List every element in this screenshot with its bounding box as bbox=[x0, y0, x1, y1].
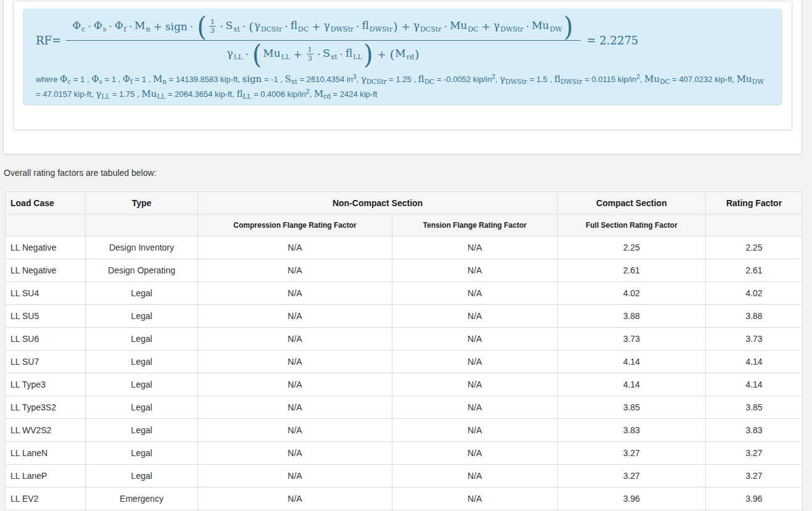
math-paren: ) bbox=[415, 48, 419, 61]
table-cell: LL SU6 bbox=[6, 328, 86, 351]
math-operator: · bbox=[245, 48, 248, 60]
math-variable: Φs bbox=[94, 19, 107, 33]
table-cell: Legal bbox=[86, 465, 198, 488]
where-subscript: DC bbox=[660, 78, 669, 85]
math-subscript: DW bbox=[550, 25, 562, 33]
table-cell: N/A bbox=[392, 328, 558, 351]
math-subscript: DC bbox=[468, 25, 478, 33]
table-row: LL LanePLegalN/AN/A3.273.27 bbox=[6, 465, 803, 488]
math-operator: · bbox=[317, 48, 320, 60]
where-subscript: DCStr bbox=[367, 78, 387, 85]
table-cell: 3.88 bbox=[558, 305, 706, 328]
fraction-numerator: 1 bbox=[307, 46, 313, 54]
math-big-paren: ( bbox=[252, 41, 262, 67]
math-operator: · bbox=[109, 20, 112, 33]
column-subheader: Tension Flange Rating Factor bbox=[392, 215, 558, 236]
table-cell: 3.73 bbox=[558, 328, 706, 351]
table-row: LL SU7LegalN/AN/A4.144.14 bbox=[6, 351, 803, 373]
column-header: Type bbox=[86, 192, 198, 215]
table-cell: 3.73 bbox=[706, 328, 803, 351]
math-subscript: LL bbox=[353, 53, 362, 61]
rating-factor-formula-well: RF= Φc·Φs·Φf·Mn+sign·(13·Sxt·(γDCStr·flD… bbox=[23, 9, 782, 106]
table-cell: N/A bbox=[392, 236, 558, 259]
math-variable: γDWStr bbox=[494, 19, 524, 33]
table-cell: N/A bbox=[198, 282, 392, 305]
math-variable: MuDW bbox=[532, 19, 563, 33]
where-variable: sign bbox=[242, 73, 262, 85]
math-variable: MuLL bbox=[263, 47, 290, 61]
table-cell: N/A bbox=[392, 305, 558, 328]
table-cell: 3.96 bbox=[706, 488, 803, 510]
table-cell: N/A bbox=[198, 305, 392, 328]
math-operator: · bbox=[129, 20, 132, 33]
fraction-denominator: 3 bbox=[307, 54, 313, 62]
math-operator: + bbox=[402, 20, 410, 33]
where-subscript: DW bbox=[752, 78, 764, 85]
table-cell: N/A bbox=[392, 282, 558, 305]
math-paren: ( bbox=[249, 20, 253, 33]
table-cell: LL Negative bbox=[6, 236, 86, 259]
table-cell: N/A bbox=[392, 419, 558, 442]
math-variable: Mrd bbox=[395, 47, 414, 61]
column-header: Rating Factor bbox=[706, 192, 803, 215]
where-subscript: LL bbox=[157, 93, 165, 100]
table-cell: 3.96 bbox=[558, 488, 706, 510]
math-subscript: DCStr bbox=[261, 25, 282, 33]
column-subheader bbox=[86, 215, 198, 236]
rating-factors-table: Load CaseTypeNon-Compact SectionCompact … bbox=[5, 191, 803, 511]
table-cell: LL LaneN bbox=[6, 442, 86, 465]
table-cell: 3.27 bbox=[706, 442, 803, 465]
table-cell: Legal bbox=[86, 351, 198, 373]
table-cell: LL Type3S2 bbox=[6, 396, 86, 419]
column-header: Non-Compact Section bbox=[198, 192, 558, 215]
table-row: LL Type3LegalN/AN/A4.144.14 bbox=[6, 373, 803, 396]
where-clause: where Φc = 1 , Φs = 1 , Φf = 1 , Mn = 14… bbox=[36, 72, 769, 101]
table-cell: 3.27 bbox=[558, 442, 706, 465]
where-variable: Φf bbox=[123, 73, 133, 85]
table-cell: Design Inventory bbox=[86, 236, 198, 259]
table-header: Load CaseTypeNon-Compact SectionCompact … bbox=[6, 192, 803, 236]
math-subscript: n bbox=[146, 25, 150, 33]
table-cell: 2.61 bbox=[706, 259, 803, 282]
table-cell: N/A bbox=[198, 373, 392, 396]
formula-denominator: γLL·(MuLL+13·Sxt·flLL)+(Mrd) bbox=[221, 41, 426, 68]
math-variable: flDWStr bbox=[362, 19, 392, 33]
table-cell: N/A bbox=[392, 465, 558, 488]
math-subscript: f bbox=[124, 25, 126, 33]
table-cell: LL Negative bbox=[6, 259, 86, 282]
table-cell: N/A bbox=[198, 465, 392, 488]
table-cell: 4.14 bbox=[558, 373, 706, 396]
table-cell: 4.14 bbox=[706, 351, 803, 373]
where-variable: Φs bbox=[91, 73, 102, 85]
table-cell: 4.02 bbox=[706, 282, 803, 305]
table-cell: 2.25 bbox=[706, 236, 803, 259]
table-cell: Legal bbox=[86, 305, 198, 328]
table-cell: LL EV2 bbox=[6, 488, 86, 510]
table-cell: LL SU4 bbox=[6, 282, 86, 305]
where-variable: MuLL bbox=[141, 88, 165, 99]
math-subscript: rd bbox=[407, 53, 414, 61]
math-variable: Sxt bbox=[226, 19, 240, 33]
table-cell: N/A bbox=[198, 328, 392, 351]
where-subscript: n bbox=[162, 78, 167, 85]
math-subscript: s bbox=[103, 25, 107, 33]
where-subscript: xt bbox=[291, 78, 297, 85]
math-one-third-fraction: 13 bbox=[209, 18, 216, 35]
table-cell: N/A bbox=[392, 396, 558, 419]
math-operator: · bbox=[284, 20, 288, 33]
math-operator: + bbox=[312, 20, 320, 33]
math-big-paren: ) bbox=[363, 41, 373, 67]
math-variable: Mn bbox=[135, 19, 151, 33]
math-subscript: c bbox=[81, 25, 85, 33]
table-cell: LL SU5 bbox=[6, 305, 86, 328]
table-cell: Legal bbox=[86, 282, 198, 305]
column-subheader: Full Section Rating Factor bbox=[558, 215, 706, 236]
table-cell: N/A bbox=[198, 419, 392, 442]
math-operator: + bbox=[481, 20, 490, 33]
table-row: LL NegativeDesign InventoryN/AN/A2.252.2… bbox=[6, 236, 803, 259]
math-one-third-fraction: 13 bbox=[307, 46, 313, 62]
equation-fraction: Φc·Φs·Φf·Mn+sign·(13·Sxt·(γDCStr·flDC+γD… bbox=[66, 13, 581, 68]
where-variable: Mn bbox=[153, 73, 167, 85]
math-operator: · bbox=[444, 20, 447, 33]
column-header: Load Case bbox=[6, 192, 86, 215]
